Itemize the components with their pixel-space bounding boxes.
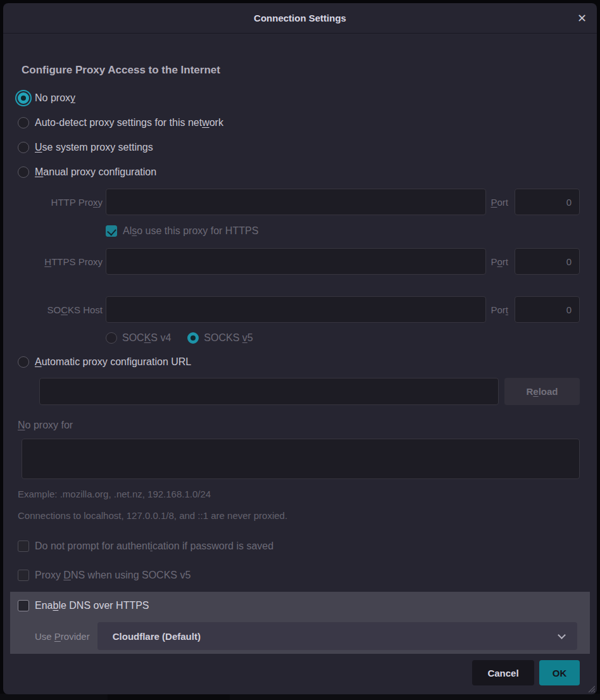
radio-row-auto-url[interactable]: Automatic proxy configuration URL [18,354,580,370]
checkbox-no-prompt[interactable] [18,541,29,552]
dialog-footer: Cancel OK [18,660,580,685]
radio-no-proxy-label: No proxy [35,92,75,104]
proxy-dns-label: Proxy DNS when using SOCKS v5 [35,570,191,581]
http-proxy-input[interactable] [106,189,486,215]
radio-auto-detect-label: Auto-detect proxy settings for this netw… [35,117,223,128]
socks-host-row: SOCKS Host Port 0 [18,296,580,323]
page-behind-dialog [0,694,600,700]
enable-doh-label: Enable DNS over HTTPS [35,600,149,611]
no-proxy-for-textarea[interactable] [22,439,580,479]
checkbox-enable-doh[interactable] [18,600,29,611]
close-button[interactable]: ✕ [577,13,587,24]
https-port-input[interactable]: 0 [515,248,580,275]
radio-system-proxy-label: Use system proxy settings [35,142,153,153]
radio-socks-v5[interactable] [187,332,199,344]
radio-no-proxy[interactable] [18,92,29,104]
radio-auto-url[interactable] [18,356,29,368]
close-icon: ✕ [577,12,587,25]
http-port-input[interactable]: 0 [515,189,580,215]
radio-socks-v4[interactable] [106,332,117,344]
radio-system-proxy[interactable] [18,142,29,153]
connection-settings-dialog: Connection Settings ✕ Configure Proxy Ac… [3,3,597,694]
https-port-label: Port [491,256,508,267]
radio-row-socks-v5[interactable]: SOCKS v5 [187,332,253,344]
socks-version-radiogroup: SOCKS v4 SOCKS v5 [106,330,580,346]
socks-port-label: Port [491,304,508,315]
provider-select[interactable]: Cloudflare (Default) [97,622,577,650]
example-text: Example: .mozilla.org, .net.nz, 192.168.… [18,488,580,501]
https-proxy-row: HTTPS Proxy Port 0 [18,248,580,275]
radio-manual-proxy-label: Manual proxy configuration [35,166,156,178]
also-https-row[interactable]: Also use this proxy for HTTPS [106,223,580,239]
radio-row-socks-v4[interactable]: SOCKS v4 [106,332,171,344]
radio-socks-v5-label: SOCKS v5 [204,332,253,344]
https-proxy-label: HTTPS Proxy [18,256,103,267]
resize-grip[interactable] [585,683,595,692]
radio-row-no-proxy[interactable]: No proxy [18,90,580,106]
cancel-button-label: Cancel [487,668,518,678]
auto-url-row: Reload [39,378,580,405]
doh-provider-row: Use Provider Cloudflare (Default) [18,622,577,650]
radio-auto-detect[interactable] [18,117,29,128]
radio-row-auto-detect[interactable]: Auto-detect proxy settings for this netw… [18,115,580,131]
socks-host-label: SOCKS Host [18,304,103,315]
doh-highlight-panel: Enable DNS over HTTPS Use Provider Cloud… [10,592,590,654]
cancel-button[interactable]: Cancel [472,660,534,685]
socks-host-input[interactable] [106,296,486,323]
no-prompt-row[interactable]: Do not prompt for authentication if pass… [18,538,580,554]
page-behind-dialog-segment [108,694,230,700]
ok-button-label: OK [553,668,567,678]
socks-port-input[interactable]: 0 [515,296,580,323]
https-proxy-input[interactable] [106,248,486,275]
radio-row-system-proxy[interactable]: Use system proxy settings [18,139,580,156]
reload-button[interactable]: Reload [504,378,580,405]
checkbox-proxy-dns[interactable] [18,570,29,581]
localhost-note: Connections to localhost, 127.0.0.1/8, a… [18,509,580,522]
no-prompt-label: Do not prompt for authentication if pass… [35,541,273,552]
radio-auto-url-label: Automatic proxy configuration URL [35,356,191,368]
also-https-label: Also use this proxy for HTTPS [123,225,258,237]
chevron-down-icon [558,631,566,639]
dialog-titlebar: Connection Settings ✕ [3,3,597,34]
proxy-dns-row[interactable]: Proxy DNS when using SOCKS v5 [18,567,580,584]
reload-button-label: Reload [526,386,558,397]
dialog-content: Configure Proxy Access to the Internet N… [3,63,597,685]
section-heading: Configure Proxy Access to the Internet [22,63,580,78]
auto-url-input[interactable] [39,378,499,405]
dialog-title: Connection Settings [254,13,346,23]
provider-label: Use Provider [35,631,90,642]
no-proxy-for-label: No proxy for [18,419,580,432]
checkbox-also-https[interactable] [106,225,117,237]
http-port-label: Port [491,197,508,208]
proxy-mode-radiogroup: No proxy Auto-detect proxy settings for … [18,90,580,180]
ok-button[interactable]: OK [539,660,580,685]
doh-row[interactable]: Enable DNS over HTTPS [18,597,577,614]
radio-socks-v4-label: SOCKS v4 [122,332,171,344]
radio-manual-proxy[interactable] [18,166,29,178]
radio-row-manual-proxy[interactable]: Manual proxy configuration [18,164,580,180]
provider-selected-value: Cloudflare (Default) [113,631,201,642]
http-proxy-label: HTTP Proxy [18,197,103,208]
http-proxy-row: HTTP Proxy Port 0 [18,189,580,215]
